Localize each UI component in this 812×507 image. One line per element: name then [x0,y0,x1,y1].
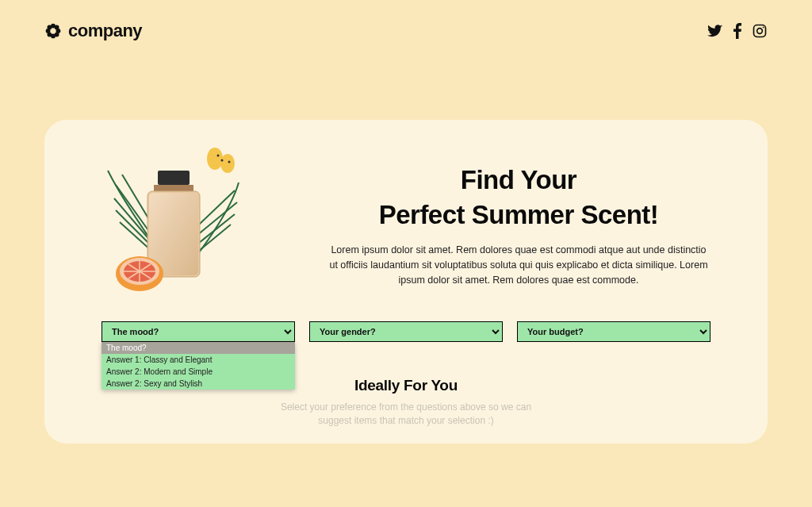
mood-select-wrap: The mood? The mood? Answer 1: Classy and… [102,321,295,342]
twitter-icon[interactable] [707,23,723,39]
mood-option-placeholder[interactable]: The mood? [102,342,295,354]
mood-select[interactable]: The mood? [102,321,295,342]
flower-icon [44,22,62,40]
svg-point-16 [207,148,223,170]
product-illustration [76,139,282,298]
brand-logo: company [44,21,142,41]
budget-select[interactable]: Your budget? [517,321,710,342]
svg-rect-9 [754,25,766,37]
mood-dropdown-panel: The mood? Answer 1: Classy and Elegant A… [102,342,295,390]
gender-select[interactable]: Your gender? [309,321,503,342]
svg-point-5 [55,25,59,29]
social-links [707,23,768,39]
mood-option-1[interactable]: Answer 1: Classy and Elegant [102,354,295,366]
hero-title: Find Your Perfect Summer Scent! [301,163,736,232]
svg-rect-13 [154,185,193,191]
svg-point-10 [757,29,763,34]
main-card: Find Your Perfect Summer Scent! Lorem ip… [44,120,768,444]
brand-name: company [68,21,142,41]
svg-point-17 [220,154,235,173]
mood-option-2[interactable]: Answer 2: Modern and Simple [102,366,295,378]
svg-rect-12 [158,171,190,185]
svg-point-4 [47,25,52,29]
instagram-icon[interactable] [752,23,768,39]
svg-point-11 [763,27,764,29]
mood-option-3[interactable]: Answer 2: Sexy and Stylish [102,378,295,390]
svg-point-19 [221,159,224,162]
svg-point-8 [51,29,56,33]
facebook-icon[interactable] [733,23,742,39]
svg-point-7 [55,33,59,37]
results-hint: Select your preference from the question… [44,401,768,428]
hero-description: Lorem ipsum dolor sit amet. Rem dolores … [328,243,709,287]
svg-point-18 [217,155,220,157]
svg-point-6 [47,33,52,37]
svg-point-20 [228,161,231,163]
